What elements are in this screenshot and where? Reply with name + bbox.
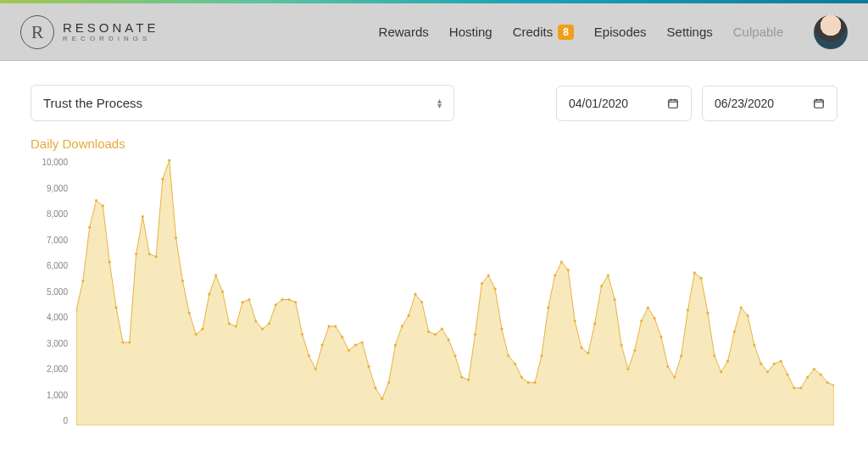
svg-point-30 xyxy=(261,328,264,330)
svg-point-27 xyxy=(241,301,243,303)
nav-settings[interactable]: Settings xyxy=(667,25,713,39)
svg-point-5 xyxy=(95,199,97,202)
svg-point-29 xyxy=(254,319,257,322)
svg-point-41 xyxy=(334,325,337,328)
svg-point-49 xyxy=(387,381,390,384)
nav-hosting[interactable]: Hosting xyxy=(449,25,492,39)
main-nav: Rewards Hosting Credits 8 Episodes Setti… xyxy=(379,15,848,49)
svg-point-13 xyxy=(148,253,151,255)
date-to-input[interactable]: 06/23/2020 xyxy=(702,86,837,121)
svg-point-89 xyxy=(654,317,656,319)
svg-point-74 xyxy=(554,274,556,276)
svg-point-16 xyxy=(168,159,170,162)
y-tick: 2,000 xyxy=(47,364,68,374)
svg-point-52 xyxy=(407,314,409,317)
svg-point-70 xyxy=(527,381,530,384)
svg-point-105 xyxy=(760,363,762,365)
nav-episodes[interactable]: Episodes xyxy=(594,25,647,39)
y-tick: 4,000 xyxy=(47,313,68,322)
svg-point-67 xyxy=(507,354,509,357)
svg-point-73 xyxy=(547,306,549,308)
svg-point-23 xyxy=(214,274,217,276)
svg-point-80 xyxy=(593,322,596,325)
svg-point-8 xyxy=(114,306,117,308)
app-header: R RESONATE RECORDINGS Rewards Hosting Cr… xyxy=(0,3,868,61)
svg-point-51 xyxy=(401,325,403,328)
svg-point-15 xyxy=(161,178,164,181)
svg-point-40 xyxy=(327,325,330,328)
svg-point-84 xyxy=(620,344,622,347)
chevron-updown-icon: ▴▾ xyxy=(437,98,442,108)
svg-point-114 xyxy=(820,373,822,375)
y-tick: 10,000 xyxy=(42,158,68,167)
svg-point-107 xyxy=(773,363,776,365)
svg-point-58 xyxy=(448,338,450,341)
svg-point-93 xyxy=(680,354,682,357)
y-tick: 3,000 xyxy=(47,339,68,348)
svg-point-85 xyxy=(626,368,629,370)
credits-badge: 8 xyxy=(558,25,574,40)
svg-point-69 xyxy=(520,376,523,379)
nav-rewards[interactable]: Rewards xyxy=(379,25,429,39)
logo-text: RESONATE RECORDINGS xyxy=(63,21,159,42)
svg-point-87 xyxy=(640,319,643,322)
svg-point-83 xyxy=(614,298,616,301)
svg-point-33 xyxy=(281,298,283,301)
svg-point-50 xyxy=(394,344,397,347)
nav-label: Credits xyxy=(513,25,554,39)
svg-point-31 xyxy=(268,322,270,325)
svg-point-45 xyxy=(361,341,364,343)
svg-point-7 xyxy=(108,261,111,264)
calendar-icon xyxy=(813,97,825,109)
y-tick: 0 xyxy=(63,416,68,425)
date-to-value: 06/23/2020 xyxy=(715,97,774,110)
nav-culpable[interactable]: Culpable xyxy=(733,25,783,39)
svg-point-92 xyxy=(673,376,676,379)
svg-point-111 xyxy=(799,386,802,389)
svg-point-71 xyxy=(533,381,536,384)
svg-point-22 xyxy=(208,293,210,296)
svg-point-43 xyxy=(348,349,350,352)
podcast-select[interactable]: Trust the Process ▴▾ xyxy=(31,85,454,121)
brand-logo[interactable]: R RESONATE RECORDINGS xyxy=(20,15,159,49)
date-from-input[interactable]: 04/01/2020 xyxy=(556,86,692,121)
svg-point-10 xyxy=(128,341,131,343)
svg-point-75 xyxy=(560,261,563,264)
svg-point-35 xyxy=(294,301,297,303)
svg-point-86 xyxy=(633,349,636,352)
svg-point-64 xyxy=(487,274,490,276)
svg-point-9 xyxy=(121,341,124,343)
svg-point-21 xyxy=(201,328,203,330)
svg-point-17 xyxy=(175,236,177,239)
svg-point-11 xyxy=(135,253,137,255)
svg-point-82 xyxy=(607,274,609,276)
svg-point-56 xyxy=(434,333,437,336)
podcast-selected-label: Trust the Process xyxy=(43,96,142,110)
svg-point-36 xyxy=(301,333,303,336)
svg-point-98 xyxy=(713,354,715,357)
nav-credits[interactable]: Credits 8 xyxy=(513,25,574,40)
nav-label: Settings xyxy=(667,25,713,39)
avatar[interactable] xyxy=(814,15,848,49)
svg-point-115 xyxy=(826,381,829,384)
y-tick: 9,000 xyxy=(47,184,68,193)
svg-point-66 xyxy=(500,328,503,330)
svg-point-63 xyxy=(481,282,483,285)
svg-point-91 xyxy=(666,365,669,368)
y-tick: 5,000 xyxy=(47,287,68,297)
y-tick: 6,000 xyxy=(47,261,68,270)
daily-downloads-chart: 10,0009,0008,0007,0006,0005,0004,0003,00… xyxy=(31,158,837,446)
svg-point-26 xyxy=(235,325,237,328)
svg-point-44 xyxy=(354,344,357,347)
svg-point-32 xyxy=(275,303,277,306)
svg-point-101 xyxy=(733,330,736,333)
brand-name: RESONATE xyxy=(63,21,159,34)
svg-point-65 xyxy=(493,287,496,290)
y-tick: 8,000 xyxy=(47,209,68,219)
svg-point-81 xyxy=(600,285,603,287)
content: Trust the Process ▴▾ 04/01/2020 06/23/20… xyxy=(0,61,868,446)
logo-mark-icon: R xyxy=(20,15,54,49)
svg-point-46 xyxy=(367,365,370,368)
svg-point-112 xyxy=(806,376,809,379)
svg-point-78 xyxy=(580,347,582,349)
